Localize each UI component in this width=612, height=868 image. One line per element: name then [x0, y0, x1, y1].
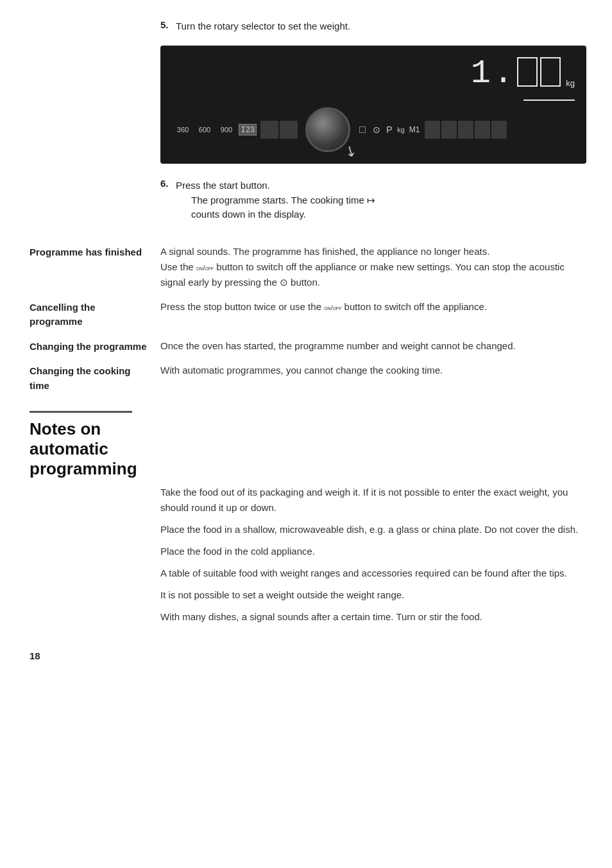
- notes-paragraphs: Take the food out of its packaging and w…: [160, 485, 586, 625]
- content-changing-cooking-time: With automatic programmes, you cannot ch…: [160, 363, 586, 393]
- display-unit-kg: kg: [566, 78, 575, 88]
- watt-900: 900: [216, 126, 237, 134]
- btn-block-1: [260, 121, 278, 139]
- icon-kg-label: kg: [395, 126, 407, 134]
- digit-bracket-2: [540, 57, 561, 87]
- text-changing-programme: Once the oven has started, the programme…: [160, 338, 586, 354]
- step-6-row: 6. Press the start button. The programme…: [160, 178, 586, 222]
- notes-para-4: A table of suitable food with weight ran…: [160, 566, 586, 581]
- section-changing-cooking-time: Changing the cooking time With automatic…: [0, 363, 586, 393]
- label-cancelling-programme: Cancelling the programme: [0, 299, 160, 329]
- icon-m1: M1: [407, 125, 422, 134]
- display-number: 1.: [471, 57, 562, 91]
- btn-block-r1: [425, 121, 440, 139]
- text-cancelling-programme: Press the stop button twice or use the o…: [160, 299, 586, 315]
- notes-left-area: Notes on automaticprogramming: [0, 411, 160, 480]
- notes-right-area: [160, 460, 612, 480]
- content-programme-finished: A signal sounds. The programme has finis…: [160, 244, 586, 290]
- onoff-label-2: on/off: [324, 304, 341, 311]
- notes-para-6: With many dishes, a signal sounds after …: [160, 609, 586, 625]
- notes-para-3: Place the food in the cold appliance.: [160, 544, 586, 559]
- step-5-text: Turn the rotary selector to set the weig…: [176, 19, 350, 34]
- section-changing-programme: Changing the programme Once the oven has…: [0, 338, 586, 354]
- watt-600: 600: [194, 126, 216, 134]
- microwave-display-panel: 1. kg 360 600 900 1̄23 ↘ □ ⊙ P kg: [160, 46, 586, 164]
- step-6-content: Press the start button. The programme st…: [176, 178, 375, 222]
- prog-123: 1̄23: [239, 124, 257, 135]
- label-programme-finished: Programme has finished: [0, 244, 160, 290]
- page-number: 18: [30, 650, 40, 661]
- digit-bracket-1: [517, 57, 538, 87]
- btn-block-r2: [441, 121, 457, 139]
- btn-block-r5: [491, 121, 507, 139]
- watt-360: 360: [172, 126, 194, 134]
- rotary-knob[interactable]: ↘: [305, 107, 350, 152]
- step-5-row: 5. Turn the rotary selector to set the w…: [160, 19, 586, 34]
- page-number-area: 18: [0, 650, 612, 661]
- notes-para-5: It is not possible to set a weight outsi…: [160, 587, 586, 603]
- icon-p: P: [384, 125, 395, 135]
- content-changing-programme: Once the oven has started, the programme…: [160, 338, 586, 354]
- notes-para-1: Take the food out of its packaging and w…: [160, 485, 586, 516]
- knob-arrow: ↘: [341, 141, 360, 161]
- notes-empty-left: [0, 485, 160, 625]
- text-changing-cooking-time: With automatic programmes, you cannot ch…: [160, 363, 586, 378]
- section-programme-finished: Programme has finished A signal sounds. …: [0, 244, 586, 290]
- text-programme-finished: A signal sounds. The programme has finis…: [160, 244, 586, 290]
- step-6-sub-text: The programme starts. The cooking time ↦…: [191, 193, 375, 222]
- btn-block-r4: [475, 121, 490, 139]
- notes-header-row: Notes on automaticprogramming: [0, 411, 612, 480]
- notes-section: Notes on automaticprogramming Take the f…: [0, 411, 612, 625]
- notes-divider-line: [30, 411, 132, 413]
- display-digits-area: 1. kg: [172, 57, 575, 91]
- notes-content-section: Take the food out of its packaging and w…: [0, 485, 586, 625]
- notes-title: Notes on automaticprogramming: [30, 419, 148, 480]
- step-6-number: 6.: [160, 178, 176, 222]
- display-divider-line: [523, 100, 575, 101]
- label-changing-programme: Changing the programme: [0, 338, 160, 354]
- section-cancelling-programme: Cancelling the programme Press the stop …: [0, 299, 586, 329]
- icon-square: □: [355, 124, 370, 135]
- display-bottom-row: 360 600 900 1̄23 ↘ □ ⊙ P kg M1: [172, 107, 575, 152]
- onoff-label-1: on/off: [196, 265, 214, 272]
- btn-block-r3: [458, 121, 473, 139]
- content-cancelling-programme: Press the stop button twice or use the o…: [160, 299, 586, 329]
- step-6-main-text: Press the start button.: [176, 178, 375, 193]
- btn-block-2: [280, 121, 298, 139]
- label-changing-cooking-time: Changing the cooking time: [0, 363, 160, 393]
- icon-clock: ⊙: [370, 125, 384, 135]
- step-5-number: 5.: [160, 19, 176, 34]
- notes-para-2: Place the food in a shallow, microwaveab…: [160, 522, 586, 537]
